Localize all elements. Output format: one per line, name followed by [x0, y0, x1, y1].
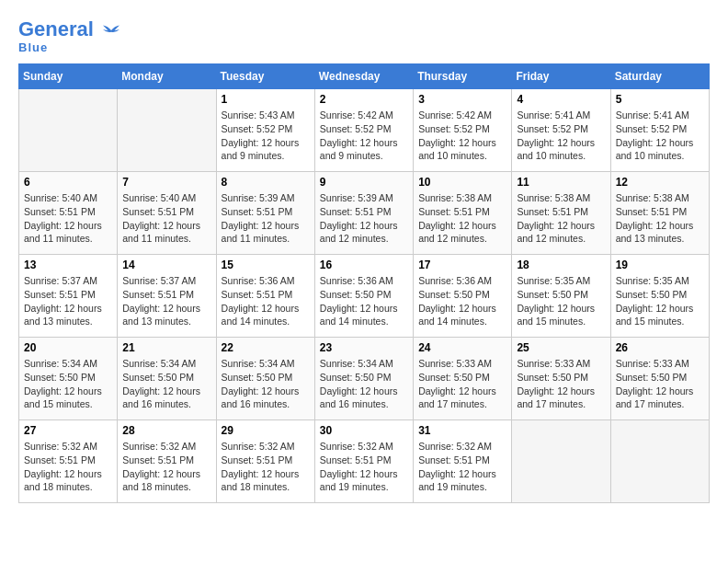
- day-number: 7: [122, 176, 210, 189]
- day-number: 30: [320, 424, 408, 437]
- day-info: Sunrise: 5:34 AMSunset: 5:50 PMDaylight:…: [24, 357, 112, 411]
- day-info: Sunrise: 5:38 AMSunset: 5:51 PMDaylight:…: [517, 191, 605, 246]
- weekday-header: Sunday: [19, 64, 118, 89]
- day-number: 2: [320, 93, 408, 106]
- day-info: Sunrise: 5:32 AMSunset: 5:51 PMDaylight:…: [122, 440, 210, 494]
- calendar-cell: [512, 420, 610, 503]
- calendar-cell: 8Sunrise: 5:39 AMSunset: 5:51 PMDaylight…: [216, 172, 314, 255]
- calendar-cell: [118, 89, 216, 172]
- weekday-header: Saturday: [610, 64, 709, 89]
- calendar-header-row: SundayMondayTuesdayWednesdayThursdayFrid…: [19, 64, 710, 89]
- day-info: Sunrise: 5:34 AMSunset: 5:50 PMDaylight:…: [122, 357, 210, 411]
- day-number: 1: [222, 93, 310, 106]
- day-number: 20: [24, 341, 112, 354]
- day-info: Sunrise: 5:39 AMSunset: 5:51 PMDaylight:…: [222, 191, 310, 246]
- day-number: 29: [222, 424, 310, 437]
- day-info: Sunrise: 5:41 AMSunset: 5:52 PMDaylight:…: [616, 109, 704, 163]
- calendar-week-row: 13Sunrise: 5:37 AMSunset: 5:51 PMDayligh…: [19, 255, 710, 338]
- calendar-cell: 17Sunrise: 5:36 AMSunset: 5:50 PMDayligh…: [414, 255, 512, 338]
- day-number: 6: [24, 176, 112, 189]
- calendar-cell: 7Sunrise: 5:40 AMSunset: 5:51 PMDaylight…: [118, 172, 216, 255]
- logo-general: General: [18, 17, 94, 40]
- calendar-cell: 12Sunrise: 5:38 AMSunset: 5:51 PMDayligh…: [610, 172, 709, 255]
- day-info: Sunrise: 5:32 AMSunset: 5:51 PMDaylight:…: [418, 440, 506, 494]
- day-number: 22: [222, 341, 310, 354]
- day-info: Sunrise: 5:32 AMSunset: 5:51 PMDaylight:…: [24, 440, 112, 494]
- day-info: Sunrise: 5:32 AMSunset: 5:51 PMDaylight:…: [222, 440, 310, 494]
- day-number: 5: [616, 93, 704, 106]
- calendar-cell: 2Sunrise: 5:42 AMSunset: 5:52 PMDaylight…: [314, 89, 413, 172]
- calendar-cell: 27Sunrise: 5:32 AMSunset: 5:51 PMDayligh…: [19, 420, 118, 503]
- day-number: 21: [122, 341, 210, 354]
- weekday-header: Thursday: [414, 64, 512, 89]
- day-info: Sunrise: 5:42 AMSunset: 5:52 PMDaylight:…: [320, 109, 408, 163]
- day-number: 16: [320, 259, 408, 271]
- day-info: Sunrise: 5:40 AMSunset: 5:51 PMDaylight:…: [122, 191, 210, 246]
- day-info: Sunrise: 5:32 AMSunset: 5:51 PMDaylight:…: [320, 440, 408, 494]
- calendar-cell: 13Sunrise: 5:37 AMSunset: 5:51 PMDayligh…: [19, 255, 118, 338]
- day-info: Sunrise: 5:37 AMSunset: 5:51 PMDaylight:…: [122, 274, 210, 328]
- calendar-cell: 20Sunrise: 5:34 AMSunset: 5:50 PMDayligh…: [19, 338, 118, 420]
- calendar-cell: 29Sunrise: 5:32 AMSunset: 5:51 PMDayligh…: [216, 420, 314, 503]
- day-info: Sunrise: 5:34 AMSunset: 5:50 PMDaylight:…: [320, 357, 408, 411]
- day-info: Sunrise: 5:41 AMSunset: 5:52 PMDaylight:…: [517, 109, 605, 163]
- day-number: 14: [122, 259, 210, 271]
- calendar-cell: 25Sunrise: 5:33 AMSunset: 5:50 PMDayligh…: [512, 338, 610, 420]
- weekday-header: Monday: [118, 64, 216, 89]
- calendar-table: SundayMondayTuesdayWednesdayThursdayFrid…: [18, 63, 710, 503]
- calendar-cell: 3Sunrise: 5:42 AMSunset: 5:52 PMDaylight…: [414, 89, 512, 172]
- calendar-week-row: 27Sunrise: 5:32 AMSunset: 5:51 PMDayligh…: [19, 420, 710, 503]
- day-info: Sunrise: 5:33 AMSunset: 5:50 PMDaylight:…: [616, 357, 704, 411]
- calendar-cell: 10Sunrise: 5:38 AMSunset: 5:51 PMDayligh…: [414, 172, 512, 255]
- calendar-cell: 14Sunrise: 5:37 AMSunset: 5:51 PMDayligh…: [118, 255, 216, 338]
- day-number: 13: [24, 259, 112, 271]
- day-info: Sunrise: 5:38 AMSunset: 5:51 PMDaylight:…: [418, 191, 506, 246]
- calendar-week-row: 6Sunrise: 5:40 AMSunset: 5:51 PMDaylight…: [19, 172, 710, 255]
- calendar-cell: 1Sunrise: 5:43 AMSunset: 5:52 PMDaylight…: [216, 89, 314, 172]
- day-info: Sunrise: 5:40 AMSunset: 5:51 PMDaylight:…: [24, 191, 112, 246]
- calendar-cell: 5Sunrise: 5:41 AMSunset: 5:52 PMDaylight…: [610, 89, 709, 172]
- calendar-cell: [610, 420, 709, 503]
- day-info: Sunrise: 5:38 AMSunset: 5:51 PMDaylight:…: [616, 191, 704, 246]
- calendar-cell: 24Sunrise: 5:33 AMSunset: 5:50 PMDayligh…: [414, 338, 512, 420]
- day-number: 15: [222, 259, 310, 271]
- day-number: 8: [222, 176, 310, 189]
- day-info: Sunrise: 5:33 AMSunset: 5:50 PMDaylight:…: [517, 357, 605, 411]
- logo-bird-icon: [103, 24, 119, 37]
- day-number: 26: [616, 341, 704, 354]
- day-number: 10: [418, 176, 506, 189]
- day-number: 28: [122, 424, 210, 437]
- calendar-cell: 23Sunrise: 5:34 AMSunset: 5:50 PMDayligh…: [314, 338, 413, 420]
- logo-name: General: [18, 18, 119, 40]
- calendar-week-row: 1Sunrise: 5:43 AMSunset: 5:52 PMDaylight…: [19, 89, 710, 172]
- calendar-cell: 21Sunrise: 5:34 AMSunset: 5:50 PMDayligh…: [118, 338, 216, 420]
- day-number: 19: [616, 259, 704, 271]
- day-info: Sunrise: 5:36 AMSunset: 5:51 PMDaylight:…: [222, 274, 310, 328]
- day-info: Sunrise: 5:35 AMSunset: 5:50 PMDaylight:…: [517, 274, 605, 328]
- calendar-cell: 19Sunrise: 5:35 AMSunset: 5:50 PMDayligh…: [610, 255, 709, 338]
- day-info: Sunrise: 5:37 AMSunset: 5:51 PMDaylight:…: [24, 274, 112, 328]
- day-number: 4: [517, 93, 605, 106]
- calendar-week-row: 20Sunrise: 5:34 AMSunset: 5:50 PMDayligh…: [19, 338, 710, 420]
- weekday-header: Tuesday: [216, 64, 314, 89]
- day-info: Sunrise: 5:36 AMSunset: 5:50 PMDaylight:…: [418, 274, 506, 328]
- day-info: Sunrise: 5:36 AMSunset: 5:50 PMDaylight:…: [320, 274, 408, 328]
- logo-blue: Blue: [18, 40, 48, 54]
- calendar-cell: 31Sunrise: 5:32 AMSunset: 5:51 PMDayligh…: [414, 420, 512, 503]
- day-number: 27: [24, 424, 112, 437]
- day-info: Sunrise: 5:39 AMSunset: 5:51 PMDaylight:…: [320, 191, 408, 246]
- day-number: 11: [517, 176, 605, 189]
- day-info: Sunrise: 5:34 AMSunset: 5:50 PMDaylight:…: [222, 357, 310, 411]
- day-number: 12: [616, 176, 704, 189]
- calendar-cell: 6Sunrise: 5:40 AMSunset: 5:51 PMDaylight…: [19, 172, 118, 255]
- calendar-cell: 28Sunrise: 5:32 AMSunset: 5:51 PMDayligh…: [118, 420, 216, 503]
- day-number: 24: [418, 341, 506, 354]
- calendar-cell: [19, 89, 118, 172]
- logo: General Blue: [18, 18, 119, 54]
- day-number: 3: [418, 93, 506, 106]
- calendar-cell: 30Sunrise: 5:32 AMSunset: 5:51 PMDayligh…: [314, 420, 413, 503]
- weekday-header: Wednesday: [314, 64, 413, 89]
- calendar-cell: 18Sunrise: 5:35 AMSunset: 5:50 PMDayligh…: [512, 255, 610, 338]
- day-number: 18: [517, 259, 605, 271]
- calendar-cell: 15Sunrise: 5:36 AMSunset: 5:51 PMDayligh…: [216, 255, 314, 338]
